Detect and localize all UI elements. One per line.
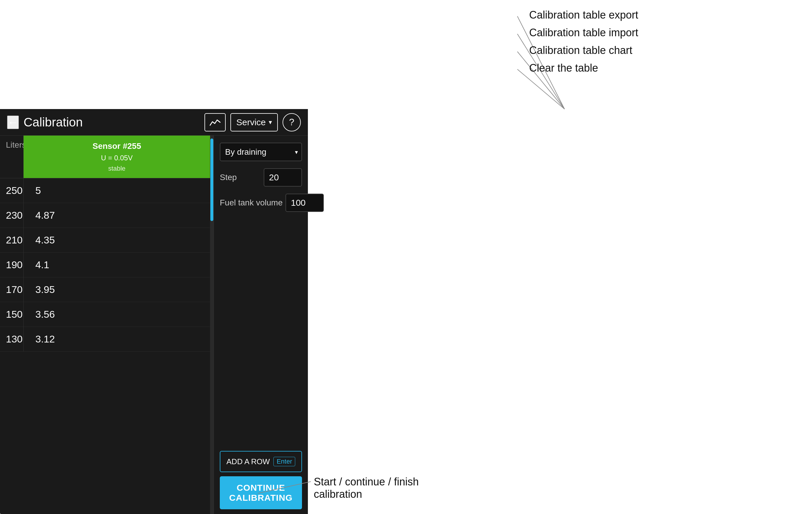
- method-dropdown-wrapper[interactable]: By draining By filling Manual ▾: [220, 143, 302, 161]
- fuel-tank-input[interactable]: [286, 194, 324, 212]
- cell-value-0: 5: [24, 178, 210, 203]
- sensor-name: Sensor #255: [29, 140, 204, 152]
- enter-badge: Enter: [273, 457, 295, 466]
- table-row[interactable]: 170 3.95: [0, 277, 210, 302]
- annotation-chart: Calibration table chart: [529, 44, 632, 57]
- service-button[interactable]: Service ▾: [230, 113, 278, 132]
- svg-line-1: [517, 34, 564, 109]
- svg-line-4: [258, 482, 311, 493]
- calibration-table: Liters Sensor #255 U = 0.05V stable 250 …: [0, 136, 210, 514]
- cell-liters-0: 250: [0, 178, 24, 203]
- annotation-import: Calibration table import: [529, 27, 638, 39]
- cell-value-2: 4.35: [24, 228, 210, 252]
- svg-line-2: [517, 52, 564, 109]
- step-field-row: Step: [220, 168, 302, 187]
- method-dropdown[interactable]: By draining By filling Manual: [220, 143, 302, 161]
- scroll-track[interactable]: [210, 136, 213, 514]
- cell-liters-6: 130: [0, 327, 24, 351]
- help-icon: ?: [289, 117, 294, 127]
- table-row[interactable]: 130 3.12: [0, 327, 210, 352]
- header-left: ← Calibration: [7, 115, 83, 130]
- annotation-continue: Start / continue / finish calibration: [314, 476, 806, 479]
- col-liters-header: Liters: [0, 136, 24, 178]
- svg-line-0: [517, 16, 564, 109]
- sensor-header: Sensor #255 U = 0.05V stable: [24, 136, 210, 178]
- add-row-button[interactable]: ADD A ROW Enter: [220, 451, 302, 472]
- table-row[interactable]: 190 4.1: [0, 253, 210, 277]
- sensor-status: stable: [29, 164, 204, 173]
- cell-value-4: 3.95: [24, 277, 210, 302]
- back-button[interactable]: ←: [7, 116, 19, 129]
- add-row-label: ADD A ROW: [227, 457, 270, 466]
- svg-line-3: [517, 69, 564, 109]
- table-row[interactable]: 230 4.87: [0, 203, 210, 228]
- table-row[interactable]: 150 3.56: [0, 302, 210, 327]
- cell-value-6: 3.12: [24, 327, 210, 351]
- cell-value-3: 4.1: [24, 253, 210, 277]
- cell-liters-1: 230: [0, 203, 24, 228]
- annotation-export: Calibration table export: [529, 9, 638, 21]
- service-arrow-icon: ▾: [269, 118, 272, 126]
- right-panel: By draining By filling Manual ▾ Step Fue…: [213, 136, 308, 514]
- sensor-voltage: U = 0.05V: [29, 153, 204, 163]
- cell-liters-3: 190: [0, 253, 24, 277]
- service-label: Service: [236, 117, 266, 127]
- help-button[interactable]: ?: [283, 113, 301, 132]
- step-label: Step: [220, 173, 237, 182]
- table-container: Liters Sensor #255 U = 0.05V stable 250 …: [0, 136, 308, 514]
- annotations-area: Calibration table export Calibration tab…: [282, 0, 812, 130]
- cell-liters-4: 170: [0, 277, 24, 302]
- right-panel-inner: By draining By filling Manual ▾ Step Fue…: [214, 136, 308, 446]
- step-input[interactable]: [264, 168, 302, 187]
- cell-value-5: 3.56: [24, 302, 210, 326]
- fuel-tank-label: Fuel tank volume: [220, 198, 283, 207]
- annotation-clear: Clear the table: [529, 62, 598, 74]
- cell-value-1: 4.87: [24, 203, 210, 228]
- calibration-panel: ← Calibration Service ▾ ? Liters: [0, 109, 308, 514]
- table-row[interactable]: 210 4.35: [0, 228, 210, 253]
- header-bar: ← Calibration Service ▾ ?: [0, 109, 308, 136]
- chart-icon-button[interactable]: [204, 113, 226, 132]
- table-header-row: Liters Sensor #255 U = 0.05V stable: [0, 136, 210, 178]
- scroll-thumb[interactable]: [210, 139, 213, 221]
- cell-liters-2: 210: [0, 228, 24, 252]
- cell-liters-5: 150: [0, 302, 24, 326]
- header-right: Service ▾ ?: [204, 113, 301, 132]
- fuel-tank-field-row: Fuel tank volume: [220, 194, 302, 212]
- table-row[interactable]: 250 5: [0, 178, 210, 203]
- page-title: Calibration: [24, 115, 83, 130]
